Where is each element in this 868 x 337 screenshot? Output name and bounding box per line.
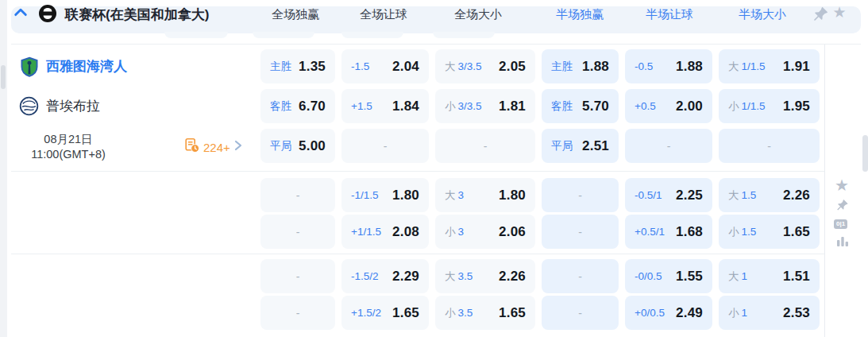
odds-value: 2.00 [676, 99, 703, 114]
odds-value: 1.80 [392, 188, 419, 203]
odds-cell[interactable]: -0.5/12.25 [625, 178, 712, 212]
odds-value: 2.04 [392, 59, 419, 75]
odds-value: 1.65 [499, 305, 526, 321]
league-title: 联赛杯(在美国和加拿大) [65, 6, 209, 24]
odds-cell[interactable]: +0.5/11.68 [625, 215, 712, 249]
odds-label: 主胜 [551, 60, 573, 74]
odds-value: 5.00 [299, 138, 326, 154]
empty-odds-dash: - [484, 140, 488, 153]
away-team-name: 普埃布拉 [46, 97, 100, 115]
match-time: 11:00(GMT+8) [14, 147, 122, 162]
left-scrollbar-track[interactable] [0, 0, 7, 337]
odds-cell[interactable]: -1.5/22.29 [341, 259, 429, 293]
column-header-full-time-handicap: 全场让球 [336, 7, 431, 22]
right-scrollbar-thumb[interactable] [862, 135, 868, 172]
odds-cell-empty: - [341, 129, 429, 163]
odds-cell[interactable]: +1.5/21.65 [341, 296, 429, 330]
odds-cell[interactable]: +1/1.52.08 [341, 215, 429, 249]
odds-cell-empty: - [260, 215, 335, 249]
odds-cell[interactable]: -1/1.51.80 [341, 178, 429, 212]
column-header-half-time-totals: 半场大小 [715, 7, 810, 22]
over-under-prefix: 大 [728, 189, 739, 201]
bar-chart-icon[interactable] [835, 234, 850, 248]
odds-value: 2.29 [392, 269, 419, 285]
odds-cell[interactable]: 大3.52.26 [435, 259, 535, 293]
odds-label: 大1 [728, 269, 747, 284]
home-team-name: 西雅图海湾人 [46, 57, 127, 76]
odds-cell[interactable]: 主胜1.88 [542, 49, 619, 83]
odds-label: -1/1.5 [351, 189, 379, 201]
odds-label: +1.5 [351, 100, 372, 112]
odds-label: -1.5 [351, 60, 369, 72]
odds-cell[interactable]: 小3.51.65 [435, 296, 535, 330]
odds-cell[interactable]: 小1/1.51.95 [719, 89, 820, 123]
odds-label: +0/0.5 [635, 307, 665, 319]
empty-odds-dash: - [296, 189, 300, 202]
score-toggle-icon[interactable]: 0|1 [834, 219, 847, 229]
odds-label: 大1.5 [728, 188, 756, 203]
star-icon[interactable]: ★ [831, 2, 848, 24]
odds-label: 小1/1.5 [728, 99, 766, 114]
over-under-prefix: 大 [445, 270, 456, 282]
more-markets-link[interactable]: 224+ [184, 138, 243, 157]
odds-cell-empty: - [260, 178, 335, 212]
column-header-half-time-handicap: 半场让球 [622, 7, 717, 22]
odds-value: 2.08 [392, 224, 419, 240]
odds-widget: 联赛杯(在美国和加拿大) 全场独赢 全场让球 全场大小 半场独赢 半场让球 半场… [0, 0, 868, 337]
odds-value: 2.26 [499, 269, 526, 285]
odds-label: 大1/1.5 [728, 60, 766, 74]
odds-label: +1/1.5 [351, 226, 381, 238]
pin-icon[interactable] [812, 5, 829, 22]
empty-odds-dash: - [578, 307, 582, 320]
odds-cell[interactable]: -0/0.51.55 [625, 259, 712, 293]
scrolled-row-stub [253, 32, 314, 38]
column-header-full-time-totals: 全场大小 [430, 7, 526, 22]
odds-cell[interactable]: 小3/3.51.81 [435, 89, 535, 123]
pin-icon[interactable] [835, 198, 849, 211]
over-under-prefix: 小 [728, 100, 739, 112]
over-under-prefix: 大 [728, 270, 739, 282]
odds-cell[interactable]: -1.52.04 [341, 49, 429, 83]
odds-cell[interactable]: +1.51.84 [341, 89, 429, 123]
scrolled-row-stub [433, 32, 495, 38]
divider [11, 171, 824, 172]
odds-cell-empty: - [260, 259, 335, 293]
odds-cell-empty: - [625, 129, 712, 163]
odds-cell[interactable]: 主胜1.35 [260, 49, 335, 83]
odds-cell[interactable]: 平局5.00 [260, 129, 335, 163]
collapse-button[interactable] [11, 4, 30, 23]
odds-label: 大3 [445, 188, 464, 203]
odds-cell[interactable]: 大1/1.51.91 [719, 49, 820, 83]
star-icon[interactable]: ★ [834, 176, 850, 195]
odds-cell[interactable]: 大3/3.52.05 [435, 49, 535, 83]
empty-odds-dash: - [578, 270, 582, 283]
odds-cell[interactable]: 小1.51.65 [719, 215, 820, 249]
over-under-prefix: 大 [445, 60, 456, 72]
odds-value: 1.35 [299, 59, 326, 75]
odds-cell[interactable]: +0.52.00 [625, 89, 712, 123]
away-team-logo-icon [19, 96, 40, 117]
empty-odds-dash: - [667, 140, 671, 153]
odds-cell[interactable]: 小12.53 [719, 296, 820, 330]
odds-value: 2.26 [783, 188, 810, 203]
left-scrollbar-thumb[interactable] [1, 65, 6, 89]
odds-cell[interactable]: 小32.06 [435, 215, 535, 249]
markets-icon [184, 138, 200, 157]
over-under-prefix: 小 [728, 226, 739, 238]
away-team-row[interactable]: 普埃布拉 [11, 89, 249, 123]
odds-cell[interactable]: 客胜5.70 [542, 89, 619, 123]
odds-cell[interactable]: 大1.52.26 [719, 178, 820, 212]
empty-odds-dash: - [578, 226, 582, 238]
odds-cell[interactable]: 大31.80 [435, 178, 535, 212]
empty-odds-dash: - [578, 189, 582, 202]
odds-cell[interactable]: 平局2.51 [542, 129, 619, 163]
odds-cell[interactable]: 大11.51 [719, 259, 820, 293]
empty-odds-dash: - [296, 307, 300, 320]
empty-odds-dash: - [767, 140, 771, 153]
home-team-row[interactable]: 西雅图海湾人 [11, 49, 249, 83]
odds-cell[interactable]: +0/0.52.49 [625, 296, 712, 330]
odds-value: 1.51 [783, 269, 810, 285]
odds-cell[interactable]: -0.51.88 [625, 49, 712, 83]
odds-cell[interactable]: 客胜6.70 [260, 89, 335, 123]
over-under-prefix: 小 [445, 226, 456, 238]
